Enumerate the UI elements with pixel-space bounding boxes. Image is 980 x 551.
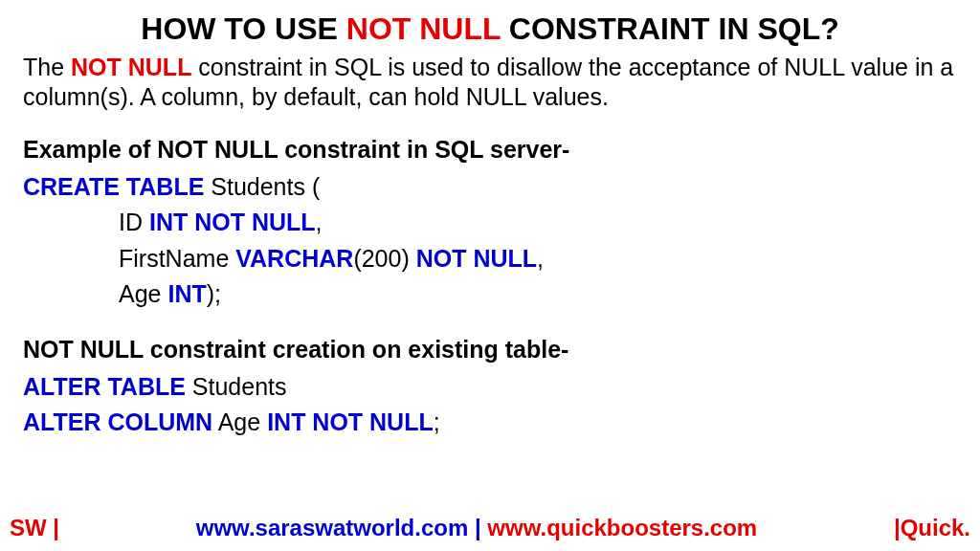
sql-keyword: CREATE TABLE: [23, 173, 204, 200]
sql-text: FirstName: [119, 245, 235, 272]
title-highlight: NOT NULL: [346, 11, 501, 46]
sql-keyword: INT NOT NULL: [267, 408, 434, 435]
code-line: FirstName VARCHAR(200) NOT NULL,: [23, 241, 957, 277]
example2-code: ALTER TABLE Students ALTER COLUMN Age IN…: [23, 369, 957, 441]
title-pre: HOW TO USE: [141, 11, 346, 46]
sql-text: );: [207, 280, 221, 307]
code-line: ID INT NOT NULL,: [23, 205, 957, 241]
desc-pre: The: [23, 54, 71, 80]
footer-center: www.saraswatworld.com | www.quickbooster…: [196, 515, 757, 541]
sql-keyword: INT NOT NULL: [149, 209, 316, 235]
example1-code: CREATE TABLE Students ( ID INT NOT NULL,…: [23, 169, 957, 313]
footer-link-red: www.quickboosters.com: [487, 515, 757, 540]
sql-keyword: INT: [167, 280, 206, 307]
sql-text: ,: [537, 245, 544, 272]
sql-text: ,: [316, 209, 323, 235]
code-line: ALTER COLUMN Age INT NOT NULL;: [23, 405, 957, 441]
example1-heading: Example of NOT NULL constraint in SQL se…: [23, 136, 957, 164]
footer-link-blue: www.saraswatworld.com |: [196, 515, 488, 540]
sql-text: Age: [212, 408, 267, 435]
title-post: CONSTRAINT IN SQL?: [501, 11, 839, 46]
sql-keyword: ALTER TABLE: [23, 373, 186, 400]
code-line: CREATE TABLE Students (: [23, 169, 957, 206]
footer-right: |Quick.: [894, 515, 970, 541]
sql-keyword: ALTER COLUMN: [23, 408, 212, 435]
page-title: HOW TO USE NOT NULL CONSTRAINT IN SQL?: [23, 11, 957, 47]
sql-text: ;: [434, 408, 440, 435]
description-text: The NOT NULL constraint in SQL is used t…: [23, 53, 957, 113]
sql-text: Students (: [204, 173, 320, 200]
sql-text: Age: [119, 280, 167, 307]
example2-heading: NOT NULL constraint creation on existing…: [23, 336, 957, 364]
footer: SW | www.saraswatworld.com | www.quickbo…: [0, 515, 980, 541]
sql-keyword: NOT NULL: [416, 245, 537, 272]
sql-text: ID: [119, 209, 149, 235]
sql-keyword: VARCHAR: [235, 245, 353, 272]
desc-highlight: NOT NULL: [71, 54, 191, 80]
footer-left: SW |: [10, 515, 59, 541]
sql-text: (200): [353, 245, 415, 272]
sql-text: Students: [186, 373, 287, 400]
code-line: ALTER TABLE Students: [23, 369, 957, 406]
code-line: Age INT);: [23, 276, 957, 313]
